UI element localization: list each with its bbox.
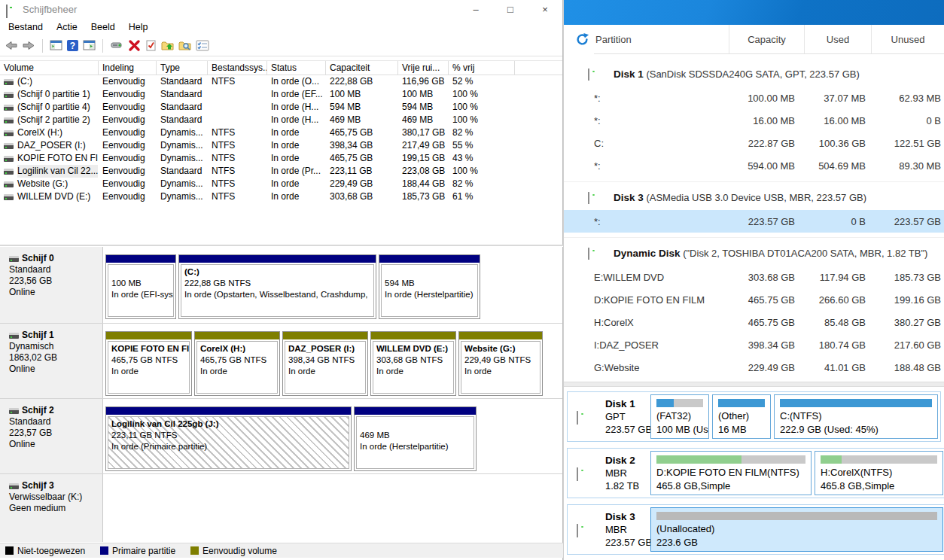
column-header-vrije-ruimte[interactable]: Vrije rui... [398,61,449,75]
disk-map-label: Disk 3 MBR 223.57 GB [605,510,653,549]
table-row[interactable]: KOPIE FOTO EN FI... EenvoudigDynamis...N… [0,152,562,165]
partition-box[interactable]: (C:)222,88 GB NTFSIn orde (Opstarten, Wi… [178,254,376,319]
column-header-capacity[interactable]: Capacity [729,25,804,53]
map-partition-other[interactable]: (Other) 16 MB [712,394,771,439]
help-icon[interactable]: ? [66,39,79,52]
column-header-pct-vrij[interactable]: % vrij [449,61,515,75]
partition-row[interactable]: G:Website229.49 GB41.01 GB188.48 GB [564,356,944,379]
column-header-unused[interactable]: Unused [871,25,944,53]
table-row[interactable]: (Schijf 2 partitie 2) EenvoudigStandaard… [0,114,562,126]
partition-table-header: Partition Capacity Used Unused [564,25,944,54]
column-header-indeling[interactable]: Indeling [99,61,157,75]
partition-row[interactable]: E:WILLEM DVD303.68 GB117.94 GB185.73 GB [564,266,944,288]
partition-box[interactable]: CorelX (H:)465,75 GB NTFSIn orde [194,331,280,396]
partition-row[interactable]: *:16.00 MB16.00 MB0 B [564,109,944,132]
delete-icon[interactable] [128,39,141,52]
volume-icon [4,79,14,85]
map-partition-unallocated-selected[interactable]: (Unallocated) 223.6 GB [650,507,943,552]
partition-row[interactable]: *:100.00 MB37.07 MB62.93 MB [564,87,944,109]
checklist-icon[interactable] [196,39,209,52]
primary-partition-bar [106,407,351,415]
column-header-type[interactable]: Type [157,61,208,75]
table-row[interactable]: (C:) EenvoudigStandaardNTFSIn orde (O...… [0,75,562,88]
partition-box[interactable]: 100 MBIn orde (EFI-syst [105,254,176,319]
partition-row-selected[interactable]: *:223.57 GB0 B223.57 GB [564,210,944,233]
usage-bar [656,399,703,407]
menu-bestand[interactable]: Bestand [2,20,50,35]
table-row[interactable]: (Schijf 0 partitie 1) EenvoudigStandaard… [0,88,562,101]
toolbar-separator [42,39,43,53]
table-row[interactable]: WILLEM DVD (E:) EenvoudigDynamis...NTFSI… [0,190,562,203]
volume-icon [4,92,14,98]
partition-row[interactable]: H:CorelX465.75 GB85.48 GB380.27 GB [564,311,944,333]
disk-icon [9,256,19,262]
group-header-disk3: Disk 3 (ASMedia USB 3.0 Device USB, MBR,… [564,181,944,210]
table-row-selected[interactable]: Logilink van Cil 22... EenvoudigStandaar… [0,165,562,178]
action-pane-icon[interactable] [83,39,96,52]
usage-bar [821,455,937,464]
column-header-capaciteit[interactable]: Capaciteit [326,61,398,75]
menu-actie[interactable]: Actie [50,20,84,35]
table-row[interactable]: CorelX (H:) EenvoudigDynamis...NTFSIn or… [0,126,562,139]
map-partition-c[interactable]: C:(NTFS) 222.9 GB (Used: 45%) [774,394,938,439]
legend-item-simple-volume: Eenvoudig volume [190,546,277,556]
map-partition-h[interactable]: H:CorelX(NTFS) 465.8 GB,Simple [815,451,943,495]
disk-icon [9,408,19,414]
column-header-used[interactable]: Used [804,25,871,53]
disk-label-schijf0[interactable]: Schijf 0 Standaard 223,56 GB Online [0,247,103,323]
partition-box[interactable]: 469 MBIn orde (Herstelpartitie) [354,406,477,471]
refresh-icon[interactable] [570,25,594,54]
disk-label-schijf2[interactable]: Schijf 2 Standaard 223,57 GB Online [0,399,103,473]
map-partition-d[interactable]: D:KOPIE FOTO EN FILM(NTFS) 465.8 GB,Simp… [650,451,812,495]
group-header-disk1: Disk 1 (SanDisk SDSSDA240G SATA, GPT, 22… [564,59,944,87]
partition-box[interactable]: DAZ_POSER (I:)398,34 GB NTFSIn orde [282,331,368,396]
partition-row[interactable]: I:DAZ_POSER398.34 GB180.74 GB217.60 GB [564,333,944,356]
maximize-button[interactable]: □ [493,0,528,18]
partition-box[interactable]: 594 MBIn orde (Herstelpartitie) [379,254,480,319]
minimize-button[interactable]: – [458,0,493,18]
usage-bar [656,512,937,520]
pane-splitter[interactable] [0,245,563,246]
forward-icon[interactable] [22,39,35,52]
usage-bar [780,399,932,407]
menu-beeld[interactable]: Beeld [84,20,122,35]
volume-icon [4,169,14,175]
back-icon[interactable] [5,39,18,52]
menu-help[interactable]: Help [122,20,155,35]
table-row[interactable]: Website (G:) EenvoudigDynamis...NTFSIn o… [0,178,562,190]
volume-icon [4,143,14,149]
column-header-status[interactable]: Status [267,61,326,75]
volume-icon [4,194,14,200]
column-header-bestandssysteem[interactable]: Bestandssys... [208,61,267,75]
disk-map-disk1: Disk 1 GPT 223.57 GB (FAT32) 100 MB (Us … [567,391,941,442]
partition-row[interactable]: C:222.87 GB100.36 GB122.51 GB [564,132,944,154]
folder-search-icon[interactable] [178,39,192,52]
usage-bar [718,399,765,407]
partition-box[interactable]: WILLEM DVD (E:)303,68 GB NTFSIn orde [370,331,456,396]
device-scan-icon[interactable] [110,39,124,52]
map-partition-fat32[interactable]: (FAT32) 100 MB (Us [650,394,709,439]
disk-icon [577,468,598,478]
disk-label-schijf1[interactable]: Schijf 1 Dynamisch 1863,02 GB Online [0,324,103,398]
partition-box[interactable]: Website (G:)229,49 GB NTFSIn orde [458,331,543,396]
disk-map-label: Disk 2 MBR 1.82 TB [605,454,653,492]
partition-row[interactable]: *:594.00 MB504.69 MB89.30 MB [564,154,944,177]
disk-row-schijf0: Schijf 0 Standaard 223,56 GB Online 100 … [0,247,562,324]
close-button[interactable]: × [528,0,562,18]
disk-icon [588,69,609,79]
disk-icon [577,525,598,534]
partition-box[interactable]: KOPIE FOTO EN FIL465,75 GB NTFSIn orde [105,331,192,396]
column-header-volume[interactable]: Volume [0,61,99,75]
volume-list-header: Volume Indeling Type Bestandssys... Stat… [0,61,562,75]
table-row[interactable]: (Schijf 0 partitie 4) EenvoudigStandaard… [0,101,562,114]
check-document-icon[interactable] [145,39,157,52]
column-header-partition[interactable]: Partition [594,25,729,53]
table-row[interactable]: DAZ_POSER (I:) EenvoudigDynamis...NTFSIn… [0,139,562,152]
disk-label-schijf3[interactable]: Schijf 3 Verwisselbaar (K:) Geen medium [0,474,103,542]
disk-icon [588,193,609,202]
simple-volume-bar [371,332,455,339]
console-tree-icon[interactable] [50,39,62,52]
partition-row[interactable]: D:KOPIE FOTO EN FILM465.75 GB266.60 GB19… [564,288,944,311]
partition-box-selected[interactable]: Logilink van Cil 225gb (J:)223,11 GB NTF… [105,406,352,471]
folder-up-icon[interactable] [161,39,175,52]
